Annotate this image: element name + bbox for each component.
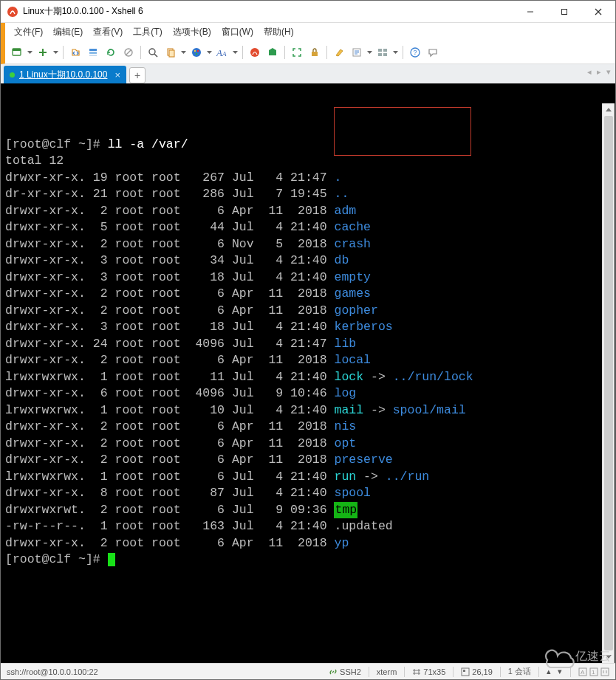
listing-row: drwxr-xr-x.19 rootroot267 Jul421:47 . (5, 170, 611, 187)
tab-index: 1 (19, 69, 24, 80)
close-tab-icon[interactable]: × (114, 69, 120, 80)
color-icon[interactable] (189, 45, 204, 60)
link-icon (329, 667, 338, 676)
menu-bar: 文件(F) 编辑(E) 查看(V) 工具(T) 选项卡(B) 窗口(W) 帮助(… (1, 23, 615, 41)
vertical-scrollbar[interactable] (602, 103, 615, 663)
new-session-icon[interactable] (10, 45, 24, 60)
svg-rect-30 (378, 53, 382, 56)
listing-row: drwxr-xr-x.3 rootroot34 Jul421:40 db (5, 253, 611, 269)
dropdown-icon[interactable] (233, 45, 238, 60)
status-term: xterm (374, 667, 400, 676)
properties-icon[interactable] (86, 45, 100, 60)
svg-rect-25 (269, 50, 276, 55)
chevron-up-icon[interactable]: ▴ (547, 667, 551, 676)
dropdown-icon[interactable] (207, 45, 212, 60)
tab-bar: 1 Linux十期10.0.0.100 × + ◂ ▸ ▾ (1, 64, 615, 83)
close-button[interactable] (581, 1, 615, 22)
svg-point-21 (196, 52, 197, 54)
scroll-down-icon[interactable] (603, 650, 615, 663)
script-icon[interactable] (349, 45, 364, 60)
transfer-icon[interactable] (68, 45, 83, 60)
listing-row: drwxr-xr-x.5 rootroot44 Jul421:40 cache (5, 219, 611, 236)
svg-point-0 (7, 7, 18, 17)
cursor (108, 553, 115, 566)
tab-nav: ◂ ▸ ▾ (587, 67, 611, 77)
listing-row: drwxr-xr-x.2 rootroot6 Nov52018 crash (5, 236, 611, 253)
svg-text:A: A (581, 669, 585, 676)
listing-row: lrwxrwxrwx.1 rootroot6 Jul421:40 run -> … (5, 469, 611, 486)
svg-rect-29 (383, 49, 387, 52)
highlight-icon[interactable] (332, 45, 346, 60)
tab-list-icon[interactable]: ▾ (606, 67, 611, 77)
dropdown-icon[interactable] (367, 45, 372, 60)
svg-rect-17 (169, 50, 174, 57)
help-icon[interactable]: ? (408, 45, 422, 60)
layout-icon[interactable] (375, 45, 390, 60)
scroll-thumb[interactable] (604, 116, 613, 650)
tab-prev-icon[interactable]: ◂ (587, 67, 592, 77)
copy-icon[interactable] (163, 45, 178, 60)
menu-tools[interactable]: 工具(T) (129, 24, 166, 40)
listing-row: drwxr-xr-x.2 rootroot6 Apr112018 nis (5, 419, 611, 436)
terminal[interactable]: [root@clf ~]# ll -a /var/total 12drwxr-x… (1, 83, 615, 663)
status-cursor: 26,19 (472, 667, 493, 676)
listing-row: drwxr-xr-x.2 rootroot6 Apr112018 games (5, 286, 611, 303)
svg-text:A: A (222, 50, 227, 58)
listing-row: drwxr-xr-x.24 rootroot4096 Jul421:47 lib (5, 336, 611, 353)
status-proto: SSH2 (340, 667, 361, 676)
menu-view[interactable]: 查看(V) (89, 24, 127, 40)
size-icon (412, 667, 421, 676)
fullscreen-icon[interactable] (290, 45, 304, 60)
add-icon[interactable] (35, 45, 50, 60)
reconnect-icon[interactable] (103, 45, 118, 60)
scroll-up-icon[interactable] (603, 103, 615, 116)
svg-rect-31 (383, 53, 387, 56)
listing-row: drwxr-xr-x.2 rootroot6 Apr112018 opt (5, 436, 611, 453)
dropdown-icon[interactable] (27, 45, 32, 60)
num-icon: 1 (589, 667, 598, 676)
app-icon (7, 6, 18, 18)
svg-rect-6 (13, 49, 21, 51)
menu-tabs[interactable]: 选项卡(B) (168, 24, 216, 40)
xftp-icon[interactable] (265, 45, 280, 60)
disconnect-icon[interactable] (121, 45, 136, 60)
listing-row: drwxrwxrwt.2 rootroot6 Jul909:36 tmp (5, 502, 611, 519)
tab-next-icon[interactable]: ▸ (597, 67, 601, 77)
svg-rect-28 (378, 49, 382, 52)
svg-rect-40 (601, 668, 609, 676)
minimize-button[interactable] (513, 1, 547, 22)
listing-row: drwxr-xr-x.2 rootroot6 Apr112018 adm (5, 203, 611, 220)
dropdown-icon[interactable] (53, 45, 58, 60)
chat-icon[interactable] (425, 45, 440, 60)
menu-window[interactable]: 窗口(W) (217, 24, 258, 40)
chevron-down-icon[interactable]: ▾ (558, 667, 562, 676)
status-sessions: 1 会话 (505, 666, 534, 677)
status-dot-icon (10, 72, 15, 78)
menu-help[interactable]: 帮助(H) (259, 24, 298, 40)
status-connection: ssh://root@10.0.0.100:22 (4, 667, 101, 676)
menu-file[interactable]: 文件(F) (10, 24, 47, 40)
dropdown-icon[interactable] (393, 45, 398, 60)
search-icon[interactable] (146, 45, 160, 60)
maximize-button[interactable] (547, 1, 581, 22)
listing-row: drwxr-xr-x.6 rootroot4096 Jul910:46 log (5, 385, 611, 402)
svg-rect-10 (89, 52, 97, 54)
scroll-lock-icon (600, 667, 609, 676)
svg-rect-35 (463, 670, 465, 672)
font-icon[interactable]: AA (215, 45, 230, 60)
xagent-icon[interactable] (247, 45, 262, 60)
svg-point-14 (149, 49, 155, 55)
cap-a-icon: A (578, 667, 587, 676)
listing-row: lrwxrwxrwx.1 rootroot11 Jul421:40 lock -… (5, 369, 611, 386)
svg-rect-26 (312, 52, 318, 56)
svg-point-19 (194, 49, 196, 51)
dropdown-icon[interactable] (181, 45, 186, 60)
session-tab[interactable]: 1 Linux十期10.0.0.100 × (4, 66, 126, 83)
svg-text:1: 1 (592, 669, 595, 676)
new-tab-button[interactable]: + (129, 67, 146, 83)
listing-row: drwxr-xr-x.3 rootroot18 Jul421:40 kerber… (5, 319, 611, 336)
lock-icon[interactable] (307, 45, 322, 60)
svg-rect-9 (89, 49, 97, 51)
menu-edit[interactable]: 编辑(E) (49, 24, 87, 40)
listing-row: dr-xr-xr-x.21 rootroot286 Jul719:45 .. (5, 186, 611, 203)
